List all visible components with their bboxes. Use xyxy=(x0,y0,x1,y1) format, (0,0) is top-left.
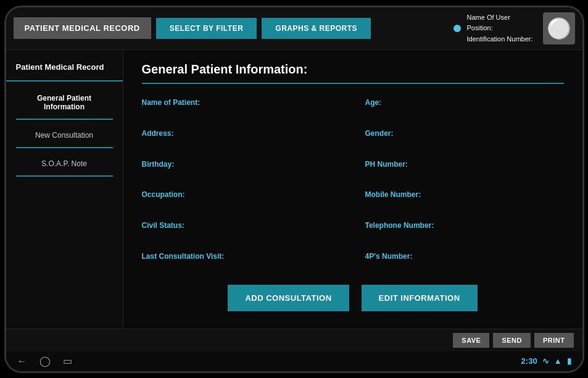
sidebar: Patient Medical Record General Patient I… xyxy=(6,50,123,328)
sidebar-underline-soap xyxy=(16,175,113,177)
sidebar-item-new-consultation[interactable]: New Consultation xyxy=(6,125,123,146)
recents-icon[interactable]: ▭ xyxy=(63,355,72,367)
user-status-dot xyxy=(453,25,461,32)
section-divider xyxy=(142,83,564,84)
field-name-of-patient: Name of Patient: xyxy=(142,96,341,119)
content-panel: General Patient Information: Name of Pat… xyxy=(123,50,582,328)
edit-information-button[interactable]: EDIT INFORMATION xyxy=(362,285,478,311)
sidebar-underline-new-consultation xyxy=(16,147,113,148)
user-position: Position: xyxy=(467,24,493,32)
device-frame: PATIENT MEDICAL RECORD SELECT BY FILTER … xyxy=(4,6,584,373)
sidebar-title: Patient Medical Record xyxy=(6,57,123,82)
field-ph-number: PH Number: xyxy=(365,158,564,180)
sidebar-underline-general xyxy=(16,119,113,120)
avatar-icon: ⚪ xyxy=(547,17,571,40)
field-address: Address: xyxy=(142,127,341,149)
field-gender: Gender: xyxy=(365,127,564,149)
sidebar-item-soap-note[interactable]: S.O.A.P. Note xyxy=(6,153,123,174)
fields-grid: Name of Patient: Age: Address: Gender: B… xyxy=(142,96,564,272)
bottom-bar: SAVE SEND PRINT xyxy=(6,329,582,351)
battery-icon: ▮ xyxy=(567,356,571,366)
save-button[interactable]: SAVE xyxy=(453,333,489,348)
app-title: PATIENT MEDICAL RECORD xyxy=(14,17,151,39)
field-mobile-number: Mobile Number: xyxy=(365,188,564,211)
select-by-filter-button[interactable]: SELECT BY FILTER xyxy=(156,18,257,39)
user-id: Identification Number: xyxy=(467,35,533,43)
field-occupation: Occupation: xyxy=(142,188,341,211)
send-button[interactable]: SEND xyxy=(493,333,531,348)
graphs-reports-button[interactable]: GRAPHS & REPORTS xyxy=(262,18,371,39)
avatar: ⚪ xyxy=(543,12,575,44)
main-content: Patient Medical Record General Patient I… xyxy=(6,50,582,328)
add-consultation-button[interactable]: ADD CONSULTATION xyxy=(228,285,349,311)
nav-icons: ← ◯ ▭ xyxy=(17,355,72,367)
field-birthday: Birthday: xyxy=(142,158,341,180)
status-right: 2:30 ∿ ▲ ▮ xyxy=(521,356,571,366)
wifi-icon: ∿ xyxy=(542,356,549,366)
user-info: Name Of User Position: Identification Nu… xyxy=(453,12,533,45)
sidebar-item-general[interactable]: General Patient Information xyxy=(6,88,123,117)
user-text-block: Name Of User Position: Identification Nu… xyxy=(467,12,533,45)
top-bar: PATIENT MEDICAL RECORD SELECT BY FILTER … xyxy=(6,7,582,51)
user-name: Name Of User xyxy=(467,14,510,21)
home-icon[interactable]: ◯ xyxy=(39,355,51,367)
field-age: Age: xyxy=(365,96,564,119)
field-civil-status: Civil Status: xyxy=(142,219,341,242)
signal-icon: ▲ xyxy=(554,356,562,366)
field-4ps-number: 4P's Number: xyxy=(365,250,564,272)
field-telephone-number: Telephone Number: xyxy=(365,219,564,242)
section-title: General Patient Information: xyxy=(142,62,564,77)
actions-row: ADD CONSULTATION EDIT INFORMATION xyxy=(142,285,564,311)
print-button[interactable]: PRINT xyxy=(534,333,574,348)
status-bar: ← ◯ ▭ 2:30 ∿ ▲ ▮ xyxy=(6,351,582,371)
time-display: 2:30 xyxy=(521,356,537,366)
back-icon[interactable]: ← xyxy=(17,356,27,367)
field-last-consultation: Last Consultation Visit: xyxy=(142,250,341,272)
